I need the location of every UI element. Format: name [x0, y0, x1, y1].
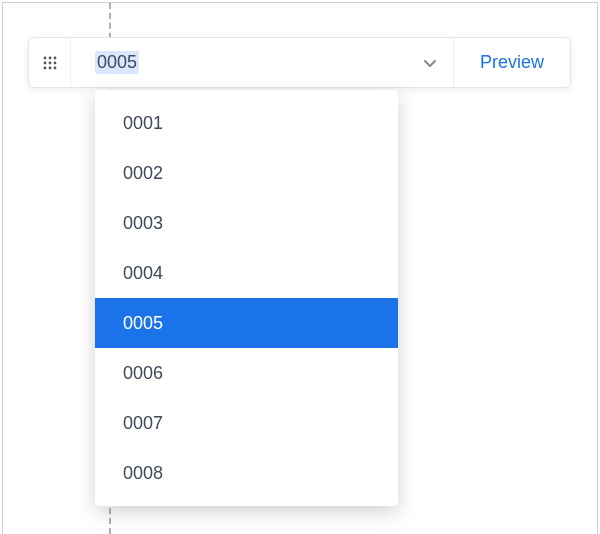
select-option[interactable]: 0004 [95, 248, 398, 298]
svg-point-2 [53, 56, 56, 59]
svg-point-1 [48, 56, 51, 59]
svg-point-3 [43, 61, 46, 64]
chevron-down-icon [421, 54, 439, 72]
svg-point-4 [48, 61, 51, 64]
select-option-label: 0003 [123, 213, 163, 234]
select-option[interactable]: 0002 [95, 148, 398, 198]
drag-handle-icon [43, 56, 57, 70]
preview-button[interactable]: Preview [480, 52, 544, 73]
select-option-label: 0006 [123, 363, 163, 384]
preview-cell: Preview [454, 38, 570, 87]
select-option[interactable]: 0003 [95, 198, 398, 248]
svg-point-6 [43, 66, 46, 69]
select-dropdown[interactable]: 00010002000300040005000600070008 [95, 90, 398, 506]
select-option[interactable]: 0006 [95, 348, 398, 398]
svg-point-0 [43, 56, 46, 59]
select-option-label: 0001 [123, 113, 163, 134]
select-option[interactable]: 0008 [95, 448, 398, 498]
select-option[interactable]: 0005 [95, 298, 398, 348]
svg-point-7 [48, 66, 51, 69]
row-toolbar: 0005 Preview [28, 37, 571, 88]
select-option-label: 0007 [123, 413, 163, 434]
select-option-label: 0004 [123, 263, 163, 284]
svg-point-5 [53, 61, 56, 64]
select-option-label: 0002 [123, 163, 163, 184]
select-option[interactable]: 0007 [95, 398, 398, 448]
drag-handle[interactable] [29, 38, 71, 87]
select-option-label: 0005 [123, 313, 163, 334]
svg-point-8 [53, 66, 56, 69]
select-value: 0005 [95, 51, 139, 74]
select-trigger[interactable]: 0005 [71, 38, 454, 87]
select-option[interactable]: 0001 [95, 98, 398, 148]
select-option-label: 0008 [123, 463, 163, 484]
